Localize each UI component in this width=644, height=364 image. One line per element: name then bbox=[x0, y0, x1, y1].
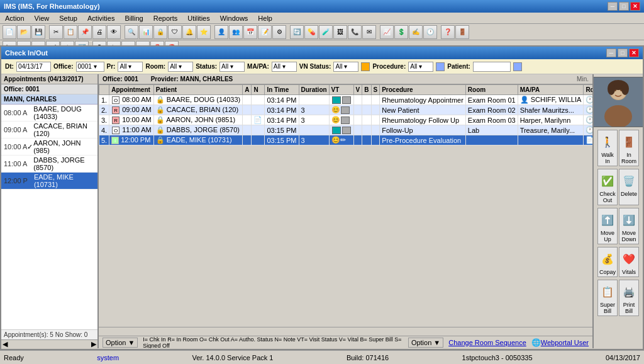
super-bill-btn[interactable]: 📋 SuperBill bbox=[597, 280, 618, 316]
checkin-restore[interactable]: □ bbox=[618, 48, 628, 57]
print-bill-btn[interactable]: 🖨️ PrintBill bbox=[619, 280, 639, 316]
close-btn[interactable]: ✕ bbox=[630, 2, 640, 11]
delete-btn[interactable]: 🗑️ Delete bbox=[619, 169, 639, 205]
left-provider[interactable]: MANN, CHARLES bbox=[1, 94, 97, 105]
menu-activities[interactable]: Activities bbox=[85, 14, 117, 23]
th-vt[interactable]: VT bbox=[329, 85, 353, 95]
th-a[interactable]: A bbox=[243, 85, 252, 95]
tb-notes[interactable]: 📝 bbox=[258, 25, 272, 39]
menu-billing[interactable]: Billing bbox=[122, 14, 145, 23]
tb-new[interactable]: 📄 bbox=[3, 25, 16, 39]
status-dropdown[interactable]: All ▾ bbox=[219, 62, 245, 72]
room-dropdown[interactable]: All ▾ bbox=[168, 62, 193, 72]
th-duration[interactable]: Duration bbox=[299, 85, 329, 95]
table-row-0[interactable]: 1. O 08:00 AM 🔒 BAARE, DOUG (14033) bbox=[99, 95, 593, 105]
scroll-left[interactable]: ◀ bbox=[3, 340, 8, 348]
tb-group[interactable]: 👥 bbox=[229, 25, 243, 39]
procedure-dropdown[interactable]: All ▾ bbox=[408, 62, 433, 72]
mapa-dropdown[interactable]: All ▾ bbox=[272, 62, 297, 72]
table-row-1[interactable]: 2. R 09:00 AM 🔒 CACACE, BRIAN (120) bbox=[99, 105, 593, 115]
vitals-btn[interactable]: ❤️ Vitals bbox=[619, 247, 639, 277]
action-row-2: ✅ CheckOut 🗑️ Delete bbox=[597, 169, 639, 205]
table-row-2[interactable]: 3. R 10:00 AM 🔒 AARON, JOHN (9851) bbox=[99, 115, 593, 125]
th-mapa[interactable]: MA/PA bbox=[518, 85, 584, 95]
tb-refresh[interactable]: 🔄 bbox=[290, 25, 304, 39]
office-dropdown[interactable]: 0001 ▾ bbox=[76, 62, 104, 72]
tb-bill[interactable]: 💲 bbox=[394, 25, 408, 39]
apt-item-3[interactable]: 11:00 A DABBS, JORGE (8570) bbox=[1, 156, 97, 173]
tb-lab[interactable]: 🧪 bbox=[319, 25, 333, 39]
table-row-3[interactable]: 4. O 11:00 AM 🔒 DABBS, JORGE (8570) bbox=[99, 125, 593, 135]
scroll-right[interactable]: ▶ bbox=[91, 340, 96, 348]
tb-paste[interactable]: 📌 bbox=[78, 25, 92, 39]
menu-utilities[interactable]: Utilities bbox=[185, 14, 212, 23]
th-s[interactable]: S bbox=[371, 85, 380, 95]
tb-shield[interactable]: 🛡 bbox=[168, 25, 182, 39]
tb-star[interactable]: ⭐ bbox=[197, 25, 211, 39]
menu-setup[interactable]: Setup bbox=[57, 14, 80, 23]
th-room[interactable]: Room bbox=[465, 85, 518, 95]
menu-windows[interactable]: Windows bbox=[218, 14, 251, 23]
th-in-time[interactable]: In Time bbox=[265, 85, 299, 95]
apt-item-4[interactable]: 12:00 P EADE, MIKE (10731) bbox=[1, 173, 97, 190]
copay-btn[interactable]: 💰 Copay bbox=[597, 247, 618, 277]
tb-preview[interactable]: 👁 bbox=[107, 25, 121, 39]
apt-item-2[interactable]: 10:00 A ✓ AARON, JOHN (985) bbox=[1, 139, 97, 156]
restore-btn[interactable]: □ bbox=[619, 2, 629, 11]
menu-view[interactable]: View bbox=[32, 14, 52, 23]
tb-sign[interactable]: ✍ bbox=[409, 25, 423, 39]
tb-find[interactable]: 🔍 bbox=[125, 25, 138, 39]
tb-mail[interactable]: ✉ bbox=[362, 25, 376, 39]
th-room-time[interactable]: Room Time bbox=[584, 85, 592, 95]
dt-input[interactable] bbox=[16, 62, 51, 72]
th-procedure[interactable]: Procedure bbox=[380, 85, 466, 95]
apt-item-1[interactable]: 09:00 A CACACE, BRIAN (120) bbox=[1, 122, 97, 139]
webportal-link[interactable]: Webportal User bbox=[541, 339, 589, 346]
option-btn-left[interactable]: Option ▼ bbox=[103, 338, 138, 348]
tb-rx[interactable]: 💊 bbox=[304, 25, 318, 39]
tb-save[interactable]: 💾 bbox=[31, 25, 45, 39]
tb-phone[interactable]: 📞 bbox=[348, 25, 362, 39]
tb-settings[interactable]: ⚙ bbox=[272, 25, 286, 39]
vn-dropdown[interactable]: All ▾ bbox=[333, 62, 358, 72]
option-btn-right[interactable]: Option ▼ bbox=[408, 338, 443, 348]
table-row-4[interactable]: 5. I 12:00 PM 🔒 EADE, MIKE (10731) bbox=[99, 135, 593, 145]
menu-reports[interactable]: Reports bbox=[151, 14, 180, 23]
tb-chart[interactable]: 📊 bbox=[139, 25, 153, 39]
change-room-link[interactable]: Change Room Sequence bbox=[448, 339, 526, 346]
tb-person[interactable]: 👤 bbox=[214, 25, 228, 39]
check-out-btn[interactable]: ✅ CheckOut bbox=[597, 169, 618, 205]
tb-exit[interactable]: 🚪 bbox=[455, 25, 469, 39]
th-appointment[interactable]: Appointment bbox=[109, 85, 154, 95]
th-v[interactable]: V bbox=[353, 85, 362, 95]
move-down-btn[interactable]: ⬇️ MoveDown bbox=[619, 208, 639, 244]
th-patient[interactable]: Patient bbox=[153, 85, 242, 95]
checkin-minimize[interactable]: ─ bbox=[606, 48, 616, 57]
tb-image[interactable]: 🖼 bbox=[333, 25, 347, 39]
pr-dropdown[interactable]: All ▾ bbox=[118, 62, 143, 72]
walk-in-btn[interactable]: 🚶 WalkIn bbox=[597, 130, 618, 166]
menu-action[interactable]: Action bbox=[3, 14, 27, 23]
tb-copy[interactable]: 📋 bbox=[64, 25, 77, 39]
tb-open[interactable]: 📂 bbox=[17, 25, 31, 39]
in-room-btn[interactable]: 🚪 InRoom bbox=[619, 130, 639, 166]
patient-input[interactable] bbox=[473, 62, 511, 72]
status-r-icon-2: R bbox=[112, 117, 119, 124]
tb-calendar[interactable]: 📅 bbox=[243, 25, 257, 39]
left-scrollbar[interactable]: ◀ ▶ bbox=[1, 339, 97, 348]
checkin-close[interactable]: ✕ bbox=[629, 48, 639, 57]
apt-item-0[interactable]: 08:00 A BAARE, DOUG (14033) bbox=[1, 105, 97, 122]
tb-cut[interactable]: ✂ bbox=[49, 25, 63, 39]
th-n[interactable]: N bbox=[252, 85, 265, 95]
tb-bell[interactable]: 🔔 bbox=[182, 25, 196, 39]
th-b[interactable]: B bbox=[362, 85, 371, 95]
minimize-btn[interactable]: ─ bbox=[608, 2, 618, 11]
tb-clock[interactable]: 🕐 bbox=[423, 25, 437, 39]
right-scrollbar[interactable] bbox=[99, 327, 592, 336]
tb-lock[interactable]: 🔒 bbox=[153, 25, 167, 39]
tb-report2[interactable]: 📈 bbox=[380, 25, 394, 39]
tb-help[interactable]: ❓ bbox=[441, 25, 455, 39]
tb-print[interactable]: 🖨 bbox=[92, 25, 106, 39]
move-up-btn[interactable]: ⬆️ MoveUp bbox=[597, 208, 618, 244]
menu-help[interactable]: Help bbox=[255, 14, 275, 23]
